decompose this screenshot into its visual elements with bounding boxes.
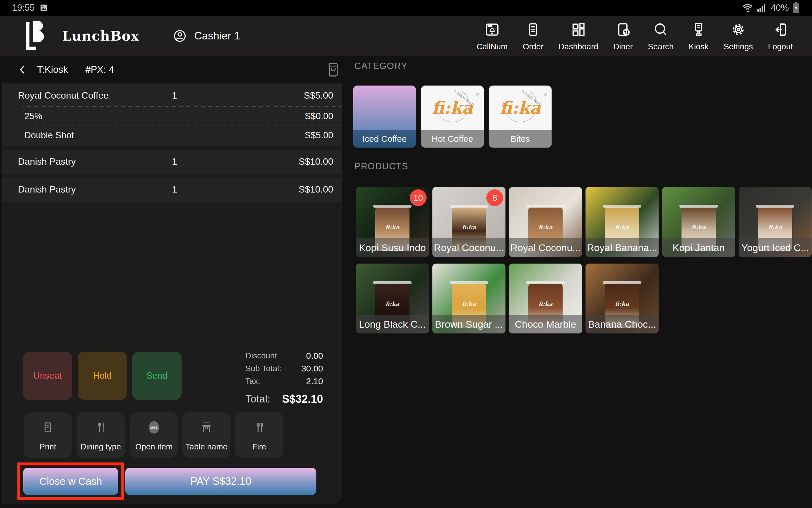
nav-label: Kiosk [689, 42, 709, 51]
open-item-icon: OPEN [145, 420, 162, 435]
product-card[interactable]: fi:ka Royal Banana... [586, 187, 658, 257]
order-line-item[interactable]: Royal Coconut Coffee1S$5.00 [2, 84, 342, 107]
fire-button[interactable]: Fire [235, 412, 283, 458]
nav-label: Settings [724, 42, 753, 51]
back-button[interactable] [17, 63, 29, 76]
open-item-button[interactable]: OPEN Open item [130, 412, 178, 458]
discount-label: Discount [245, 351, 277, 361]
product-name: Royal Banana... [586, 238, 658, 257]
order-line-item[interactable]: Double ShotS$5.00 [23, 126, 342, 145]
product-card[interactable]: fi:ka Kopi Susu Indo 10 [356, 187, 429, 257]
total-label: Total: [245, 393, 270, 405]
hold-button[interactable]: Hold [78, 352, 127, 400]
brand: LunchBox [22, 20, 139, 52]
product-name: Royal Coconu... [509, 238, 582, 257]
product-name: Yogurt Iced C... [739, 238, 812, 257]
user-icon [173, 29, 187, 43]
nav-order[interactable]: Order [515, 20, 551, 51]
order-line-item[interactable]: Danish Pastry1S$10.00 [2, 178, 342, 200]
nav-dashboard[interactable]: Dashboard [551, 20, 606, 51]
svg-text:OPEN: OPEN [149, 426, 159, 429]
app-title: LunchBox [62, 28, 139, 44]
product-card[interactable]: fi:ka Choco Marble [509, 263, 582, 333]
total-value: S$32.10 [282, 393, 323, 405]
order-group: Danish Pastry1S$10.00 [2, 178, 342, 202]
quantity-badge: 10 [410, 189, 427, 206]
fika-logo: fi:ka Kedai Kafi ® [489, 86, 552, 130]
print-button[interactable]: Print [24, 412, 72, 458]
item-name: Danish Pastry [18, 184, 76, 195]
nav-kiosk[interactable]: Kiosk [681, 20, 716, 51]
nav-label: Search [648, 42, 674, 51]
item-price: S$5.00 [305, 130, 333, 141]
discount-value: 0.00 [306, 351, 323, 361]
item-price: S$10.00 [299, 156, 333, 167]
quantity-badge: 8 [486, 189, 503, 206]
product-card[interactable]: fi:ka Long Black C... [356, 263, 429, 333]
dashboard-icon [570, 20, 587, 39]
tool-label: Table name [185, 442, 228, 452]
pay-button[interactable]: PAY S$32.10 [125, 468, 316, 495]
product-card[interactable]: fi:ka Brown Sugar ... [432, 263, 506, 333]
order-group: Danish Pastry1S$10.00 [2, 151, 342, 174]
callnum-icon [484, 20, 500, 39]
diner-icon [615, 20, 631, 39]
tool-label: Fire [252, 442, 266, 452]
nav-label: Diner [613, 42, 633, 51]
dining-type-button[interactable]: Dining type [77, 412, 125, 458]
android-status-bar: 19:55 40% [0, 0, 812, 16]
nav-callnum[interactable]: CallNum [469, 20, 515, 51]
item-name: 25% [25, 111, 42, 122]
product-name: Banana Choc... [586, 315, 658, 333]
tax-value: 2.10 [306, 376, 323, 386]
nav-logout[interactable]: Logout [760, 20, 800, 51]
item-name: Double Shot [25, 130, 74, 141]
product-card[interactable]: fi:ka Royal Coconu... [509, 187, 582, 257]
item-price: S$10.00 [299, 184, 333, 195]
nav-diner[interactable]: Diner [606, 20, 640, 51]
search-icon [652, 20, 669, 39]
table-name-button[interactable]: NAME Table name [182, 412, 230, 458]
item-price: S$0.00 [305, 111, 333, 122]
product-card[interactable]: fi:ka Banana Choc... [586, 263, 658, 333]
product-card[interactable]: fi:ka Royal Coconu... 8 [432, 187, 506, 257]
pax-label: #PX: 4 [85, 64, 114, 75]
order-line-item[interactable]: 25%S$0.00 [23, 107, 342, 126]
nav-settings[interactable]: Settings [716, 20, 760, 51]
item-price: S$5.00 [304, 90, 333, 101]
product-name: Royal Coconu... [432, 238, 506, 257]
item-qty: 1 [172, 184, 177, 195]
order-line-item[interactable]: Danish Pastry1S$10.00 [2, 151, 342, 172]
send-button[interactable]: Send [132, 352, 181, 400]
order-group: Royal Coconut Coffee1S$5.0025%S$0.00Doub… [2, 84, 342, 146]
bag-icon[interactable] [327, 61, 340, 78]
unseat-button[interactable]: Unseat [23, 352, 72, 400]
category-hot-coffee[interactable]: fi:ka Kedai Kafi ® Hot Coffee [421, 86, 484, 147]
nav-search[interactable]: Search [640, 20, 681, 51]
product-name: Long Black C... [356, 315, 429, 333]
category-label: Hot Coffee [421, 130, 484, 147]
category-iced-coffee[interactable]: Iced Coffee [353, 86, 416, 147]
item-qty: 1 [172, 90, 177, 101]
svg-text:NAME: NAME [203, 421, 210, 424]
item-qty: 1 [172, 156, 177, 167]
top-navbar: LunchBox Cashier 1 CallNum Order [0, 16, 812, 56]
nav-label: Logout [768, 42, 793, 51]
category-list: Iced Coffee fi:ka Kedai Kafi ® Hot Coffe… [353, 86, 552, 147]
cashier-name: Cashier 1 [194, 30, 240, 42]
category-bites[interactable]: fi:ka Kedai Kafi ® Bites [489, 86, 552, 147]
close-with-cash-button[interactable]: Close w Cash [23, 468, 118, 495]
subtotal-label: Sub Total: [245, 364, 281, 373]
gear-icon [730, 20, 746, 39]
order-header: T:Kiosk #PX: 4 [0, 56, 342, 83]
subtotal-value: 30.00 [301, 364, 323, 374]
wifi-icon [742, 3, 754, 12]
tool-label: Print [39, 442, 56, 452]
product-grid: fi:ka Kopi Susu Indo 10 fi:ka Royal Coco… [356, 187, 812, 333]
cashier-menu[interactable]: Cashier 1 [173, 29, 240, 43]
nav-items: CallNum Order Dashboard Diner [469, 20, 812, 51]
product-card[interactable]: fi:ka Kopi Jantan [662, 187, 735, 257]
fika-logo: fi:ka Kedai Kafi ® [421, 86, 484, 130]
logout-icon [772, 20, 788, 39]
product-card[interactable]: fi:ka Yogurt Iced C... [739, 187, 812, 257]
